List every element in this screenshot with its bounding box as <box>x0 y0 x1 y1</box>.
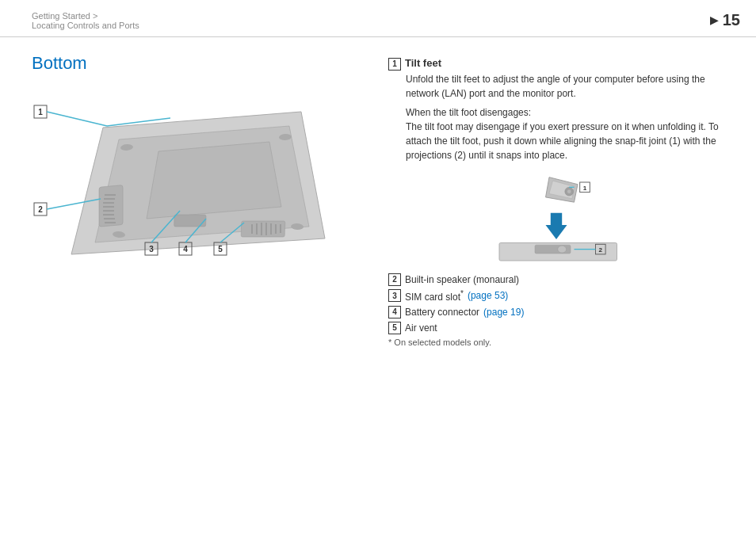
item-4-label: Battery connector <box>405 307 479 318</box>
badge-2: 2 <box>388 273 401 286</box>
breadcrumb: Getting Started > Locating Controls and … <box>32 11 139 30</box>
item-3-link[interactable]: (page 53) <box>468 290 508 301</box>
item-2-label: Built-in speaker (monaural) <box>405 274 519 285</box>
svg-text:4: 4 <box>183 245 188 254</box>
item-4-block: 4 Battery connector (page 19) <box>388 306 724 318</box>
item-2-block: 2 Built-in speaker (monaural) <box>388 273 724 286</box>
right-panel: 1 Tilt feet Unfold the tilt feet to adju… <box>388 53 724 347</box>
item-4-link[interactable]: (page 19) <box>483 307 524 318</box>
page-number-area: ▶ 15 <box>710 11 740 29</box>
badge-3: 3 <box>388 289 401 302</box>
svg-line-27 <box>47 112 107 126</box>
badge-1: 1 <box>388 58 401 71</box>
badge-5: 5 <box>388 322 401 334</box>
svg-text:2: 2 <box>599 246 603 254</box>
svg-text:2: 2 <box>38 205 43 214</box>
section-title: Bottom <box>32 53 365 74</box>
laptop-diagram-svg: 1 2 3 4 5 <box>32 88 333 262</box>
left-panel: Bottom <box>32 53 365 347</box>
svg-rect-7 <box>99 185 123 227</box>
page-number: 15 <box>723 11 740 29</box>
item-1-label: Tilt feet <box>405 57 441 69</box>
laptop-diagram: 1 2 3 4 5 <box>32 88 333 262</box>
svg-text:1: 1 <box>583 184 587 191</box>
item-3-superscript: * <box>460 289 464 298</box>
page-header: Getting Started > Locating Controls and … <box>0 0 756 37</box>
item-5-block: 5 Air vent <box>388 322 724 334</box>
item-3-label: SIM card slot* <box>405 289 464 303</box>
svg-text:1: 1 <box>38 108 43 116</box>
footnote: * On selected models only. <box>388 338 724 347</box>
svg-marker-48 <box>546 212 567 238</box>
badge-4: 4 <box>388 306 401 318</box>
svg-point-51 <box>558 246 567 253</box>
tilt-foot-diagram: 1 2 <box>485 170 628 265</box>
svg-text:3: 3 <box>149 245 154 254</box>
item-1-sub: When the tilt foot disengages: The tilt … <box>406 105 724 162</box>
main-content: Bottom <box>0 37 756 363</box>
svg-marker-2 <box>147 142 281 219</box>
breadcrumb-line2: Locating Controls and Ports <box>32 21 139 30</box>
header-arrow: ▶ <box>710 14 718 26</box>
breadcrumb-line1: Getting Started > <box>32 11 139 21</box>
item-1-title: 1 Tilt feet <box>388 57 724 71</box>
svg-point-44 <box>567 189 571 193</box>
item-1-block: 1 Tilt feet Unfold the tilt feet to adju… <box>388 57 724 265</box>
svg-text:5: 5 <box>218 245 223 254</box>
item-1-desc: Unfold the tilt feet to adjust the angle… <box>406 72 724 101</box>
svg-rect-17 <box>241 221 285 237</box>
item-5-label: Air vent <box>405 322 437 334</box>
item-3-block: 3 SIM card slot* (page 53) <box>388 289 724 303</box>
